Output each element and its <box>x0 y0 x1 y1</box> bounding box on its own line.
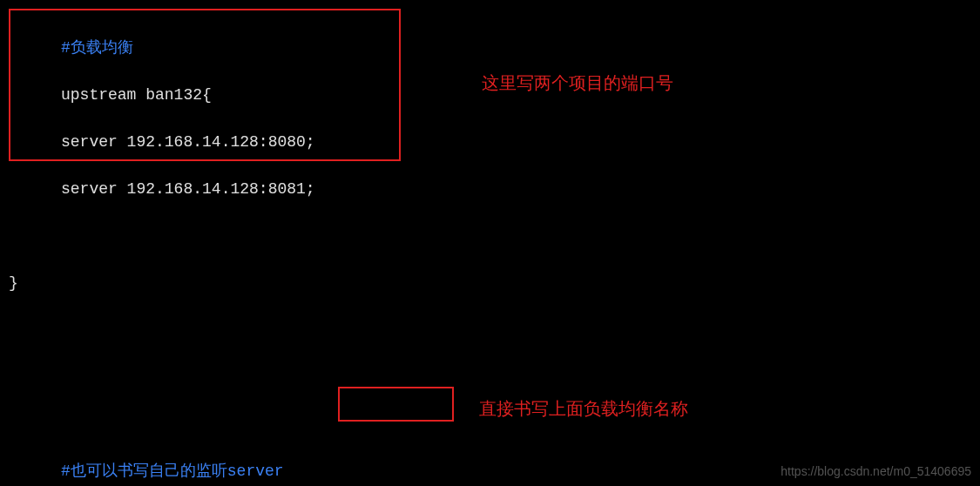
watermark: https://blog.csdn.net/m0_51406695 <box>781 462 971 481</box>
highlight-box-proxy <box>338 387 454 422</box>
server-line-2: server 192.168.14.128:8081; <box>61 180 315 198</box>
highlight-box-upstream <box>9 9 401 161</box>
comment-server: #也可以书写自己的监听server <box>61 462 284 480</box>
annotation-ports: 这里写两个项目的端口号 <box>482 70 673 96</box>
close-brace-upstream: } <box>9 274 18 292</box>
annotation-upstream-name: 直接书写上面负载均衡名称 <box>479 395 688 422</box>
